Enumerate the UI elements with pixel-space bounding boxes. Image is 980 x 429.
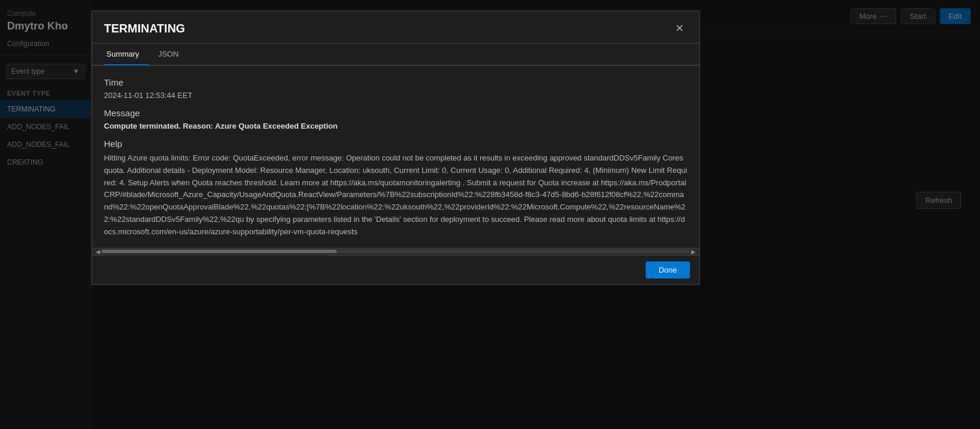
- message-value: Compute terminated. Reason: Azure Quota …: [104, 122, 688, 130]
- modal: TERMINATING ✕ Summary JSON Time 2024-11-…: [92, 11, 700, 285]
- modal-header: TERMINATING ✕: [92, 11, 699, 44]
- modal-body[interactable]: Time 2024-11-01 12:53:44 EET Message Com…: [92, 66, 699, 248]
- modal-title: TERMINATING: [104, 22, 185, 35]
- help-text: Hitting Azure quota limits: Error code: …: [104, 152, 688, 238]
- message-label: Message: [104, 108, 688, 118]
- horizontal-scrollbar[interactable]: ◀ ▶: [92, 248, 699, 255]
- modal-close-button[interactable]: ✕: [672, 21, 688, 36]
- help-label: Help: [104, 139, 688, 149]
- modal-tabs: Summary JSON: [92, 44, 699, 66]
- tab-json[interactable]: JSON: [156, 44, 188, 66]
- scroll-track: [102, 250, 690, 253]
- modal-footer: Done: [92, 255, 699, 284]
- tab-summary[interactable]: Summary: [104, 44, 149, 66]
- scroll-left-arrow[interactable]: ◀: [95, 248, 102, 255]
- scroll-right-arrow[interactable]: ▶: [690, 248, 697, 255]
- scroll-thumb: [102, 250, 337, 253]
- time-value: 2024-11-01 12:53:44 EET: [104, 91, 688, 100]
- done-button[interactable]: Done: [646, 261, 690, 279]
- time-label: Time: [104, 77, 688, 87]
